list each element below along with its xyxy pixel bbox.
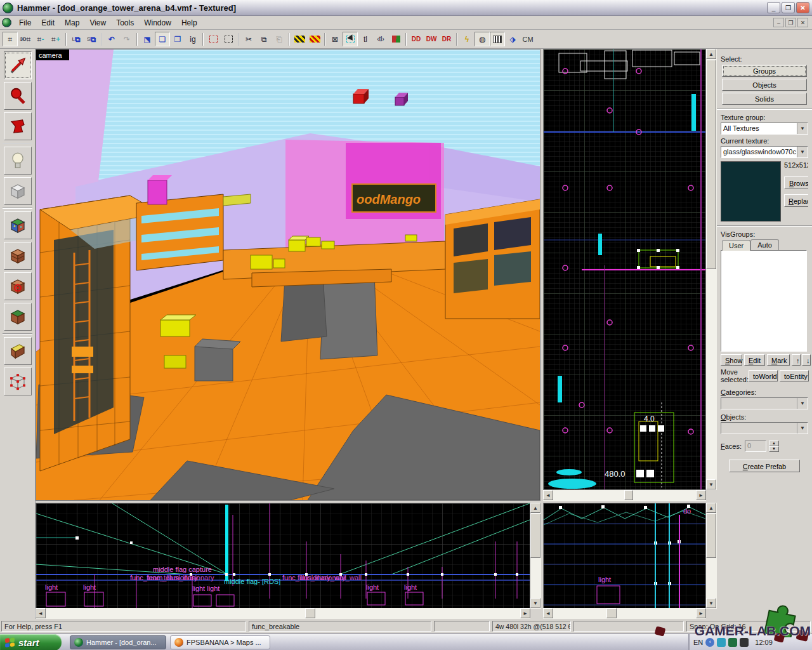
front-view-hscrollbar[interactable]: ◄ ►	[543, 608, 706, 619]
minimize-button[interactable]: _	[767, 2, 780, 13]
menu-tools[interactable]: Tools	[111, 17, 139, 29]
load-window-state-icon[interactable]: L⧉	[69, 32, 84, 46]
grid-3d-toggle-icon[interactable]: 3D⌗	[18, 32, 33, 46]
texture-application-tool-icon[interactable]	[4, 211, 32, 239]
viewport-2d-top[interactable]: 4.0 480.0	[543, 49, 706, 490]
flip-icon[interactable]	[388, 32, 403, 46]
menu-edit[interactable]: Edit	[36, 17, 60, 29]
texture-scale-lock-icon[interactable]: ‹tl›	[373, 32, 388, 46]
apply-texture-icon[interactable]: ⬗	[505, 32, 520, 46]
ignore-groups-icon[interactable]: ig	[185, 32, 200, 46]
carve-cube-icon[interactable]: ⬔	[140, 32, 155, 46]
magnify-tool-icon[interactable]	[4, 82, 32, 110]
hide-icons-chevron-icon[interactable]: ‹	[705, 638, 714, 647]
select-box-icon[interactable]: ⊠	[327, 32, 343, 46]
paste-icon[interactable]: ⎗	[272, 32, 287, 46]
texture-window-icon[interactable]	[490, 32, 505, 46]
mark-button[interactable]: Mark	[767, 354, 790, 366]
edit-button[interactable]: Edit	[744, 354, 765, 366]
side-view-hscrollbar[interactable]: ◄ ►	[36, 608, 530, 619]
block-tool-icon[interactable]	[4, 177, 32, 205]
categories-dropdown[interactable]: ▼	[721, 397, 808, 409]
redo-icon[interactable]: ↷	[119, 32, 134, 46]
select-groups-button[interactable]: Groups	[722, 65, 807, 77]
title-bar: Hammer - [dod_orange_tower_arena_b4.vmf …	[0, 0, 812, 16]
cm-toggle-icon[interactable]: CM	[520, 32, 535, 46]
menu-window[interactable]: Window	[139, 17, 176, 29]
menu-view[interactable]: View	[84, 17, 111, 29]
create-prefab-button[interactable]: Create Prefab	[729, 460, 800, 472]
faces-input[interactable]: 0	[745, 441, 766, 452]
toworld-button[interactable]: toWorld	[749, 370, 778, 381]
visgroups-list[interactable]	[721, 250, 807, 352]
grid-larger-icon[interactable]: ⌗+	[48, 32, 63, 46]
display-dw-icon[interactable]: DW	[424, 32, 439, 46]
status-entity: func_breakable	[249, 621, 431, 632]
tray-app2-icon[interactable]	[740, 638, 749, 647]
copy-icon[interactable]: ⧉	[256, 32, 272, 46]
entity-sprinkle-icon[interactable]: ϟ	[459, 32, 475, 46]
group-icon[interactable]: ❏	[155, 32, 170, 46]
grid-smaller-icon[interactable]: ⌗-	[33, 32, 48, 46]
menu-file[interactable]: File	[14, 17, 36, 29]
taskbar-item-browser[interactable]: FPSBANANA > Maps ...	[170, 635, 270, 649]
chevron-down-icon[interactable]: ▼	[797, 123, 808, 134]
top-view-hscrollbar[interactable]: ◄ ►	[543, 490, 706, 501]
front-view-vscrollbar[interactable]: ▲ ▼	[706, 503, 717, 609]
tab-user[interactable]: User	[722, 240, 750, 251]
apply-current-texture-tool-icon[interactable]	[4, 242, 32, 270]
texture-lock-icon[interactable]: tl	[358, 32, 373, 46]
viewport-2d-front[interactable]: do light	[543, 503, 706, 609]
show-button[interactable]: Show	[721, 354, 742, 366]
restore-button[interactable]: ❐	[782, 2, 795, 13]
hollow-icon[interactable]	[307, 32, 322, 46]
select-objects-button[interactable]: Objects	[722, 79, 807, 91]
tray-app-icon[interactable]	[728, 638, 737, 647]
vertex-tool-icon[interactable]	[4, 368, 32, 395]
grid-toggle-icon[interactable]: ⌗	[3, 32, 18, 46]
side-view-vscrollbar[interactable]: ▲ ▼	[530, 503, 541, 609]
cordon-toggle-icon[interactable]	[206, 32, 221, 46]
messenger-icon[interactable]	[717, 638, 726, 647]
clipping-tool-icon[interactable]	[4, 337, 32, 365]
mdi-close-button[interactable]: ✕	[797, 18, 808, 27]
cut-icon[interactable]: ✂	[241, 32, 256, 46]
camera-tool-icon[interactable]	[4, 112, 32, 140]
mdi-minimize-button[interactable]: –	[773, 18, 784, 27]
objects-dropdown[interactable]: ▼	[721, 422, 808, 434]
menu-map[interactable]: Map	[60, 17, 84, 29]
selection-cursor-icon[interactable]	[343, 32, 358, 46]
close-button[interactable]: ✕	[796, 2, 809, 13]
texture-group-dropdown[interactable]: All Textures ▼	[721, 123, 808, 135]
overlay-tool-icon[interactable]	[4, 303, 32, 331]
viewport-3d[interactable]: oodMango	[36, 49, 540, 501]
carve-icon[interactable]	[292, 32, 307, 46]
move-up-button[interactable]: ↑	[792, 354, 801, 366]
save-window-state-icon[interactable]: S⧉	[84, 32, 99, 46]
cordon-edit-icon[interactable]	[221, 32, 236, 46]
menu-help[interactable]: Help	[176, 17, 202, 29]
toentity-button[interactable]: toEntity	[780, 370, 809, 381]
mdi-restore-button[interactable]: ❐	[785, 18, 796, 27]
display-dr-icon[interactable]: DR	[439, 32, 454, 46]
tab-auto[interactable]: Auto	[750, 239, 779, 250]
chevron-down-icon[interactable]: ▼	[797, 147, 808, 157]
current-texture-dropdown[interactable]: glass/glasswindow070c ▼	[721, 146, 808, 158]
ungroup-icon[interactable]: ❐	[170, 32, 185, 46]
replace-button[interactable]: Replace...	[784, 194, 808, 207]
start-button[interactable]: start	[0, 634, 62, 650]
undo-icon[interactable]: ↶	[104, 32, 119, 46]
sphere-icon[interactable]: ◍	[475, 32, 490, 46]
display-dd-icon[interactable]: DD	[409, 32, 424, 46]
move-down-button[interactable]: ↓	[802, 354, 811, 366]
viewport-2d-side[interactable]: middle flag capture func_team_illusionar…	[36, 503, 530, 609]
browse-button[interactable]: Browse...	[784, 176, 808, 189]
taskbar-item-hammer[interactable]: Hammer - [dod_oran...	[70, 635, 166, 649]
language-indicator[interactable]: EN	[693, 639, 703, 646]
entity-tool-icon[interactable]	[4, 147, 32, 175]
select-solids-button[interactable]: Solids	[722, 93, 807, 105]
faces-spinner[interactable]: ▲ ▼	[769, 441, 779, 452]
top-view-vscrollbar[interactable]: ▲ ▼	[706, 49, 717, 490]
selection-tool-icon[interactable]	[4, 51, 32, 79]
apply-decals-tool-icon[interactable]	[4, 272, 32, 300]
